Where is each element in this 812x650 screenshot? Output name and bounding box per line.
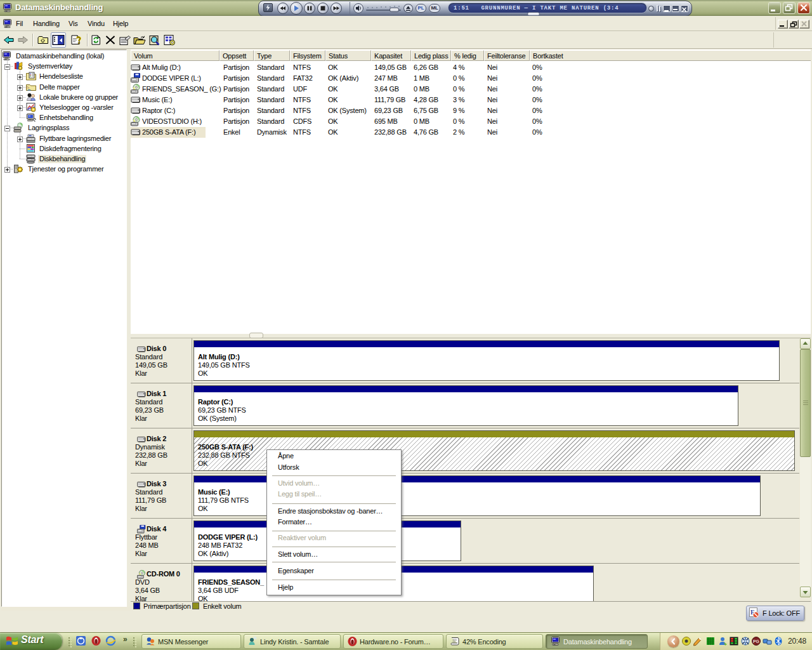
svg-text:PG: PG [753, 639, 759, 644]
